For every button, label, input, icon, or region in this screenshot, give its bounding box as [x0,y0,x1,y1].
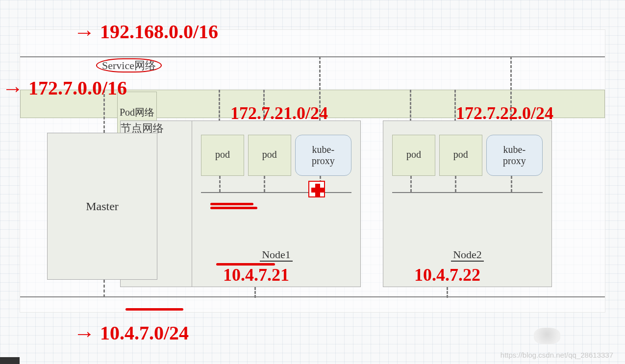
pod-box: pod [248,135,291,176]
arrow-icon: → [74,321,95,345]
handwriting-stroke [210,207,257,209]
annotation-node2-subnet: 172.7.22.0/24 [456,103,553,123]
node2-name: Node2 [383,248,551,261]
annotation-node1-subnet: 172.7.21.0/24 [230,103,328,123]
kube-proxy-line2: proxy [503,155,526,166]
watermark-text: https://blog.csdn.net/qq_28613337 [500,351,613,359]
watermark-dot [534,328,560,344]
node-inner-bus [201,192,351,193]
connector [264,176,265,192]
label-text: Service网络 [96,58,162,73]
annotation-text: 10.4.7.0/24 [100,322,189,344]
medic-cross-icon [308,181,325,197]
annotation-text: 192.168.0.0/16 [100,21,218,43]
connector [447,287,448,298]
arrow-icon: → [2,76,24,100]
connector [219,90,220,121]
service-network-line [20,56,605,57]
annotation-text: 172.7.0.0/16 [28,77,127,99]
node-network-line [20,296,605,297]
pod-box: pod [201,135,244,176]
service-network-label: Service网络 [96,58,162,73]
arrow-icon: → [74,20,95,44]
decorative-corner [0,357,20,364]
connector [219,176,221,192]
pod-box: pod [392,135,435,176]
handwriting-stroke [125,308,183,311]
diagram-frame: Service网络 Pod网络 节点网络 Master pod pod kube… [20,29,605,313]
annotation-service-cidr: → 192.168.0.0/16 [74,20,218,45]
annotation-pod-cidr: → 172.7.0.0/16 [2,76,127,101]
connector [410,90,411,121]
annotation-node-cidr: → 10.4.7.0/24 [74,321,189,346]
annotation-node2-ip: 10.4.7.22 [414,265,480,285]
kube-proxy-line1: kube- [503,144,526,155]
handwriting-stroke [210,203,253,205]
node2-box: pod pod kube- proxy Node2 [383,121,552,287]
connector [455,176,456,192]
kube-proxy-box: kube- proxy [295,135,351,176]
master-box: Master [47,133,157,280]
node-inner-bus [392,192,543,193]
annotation-node1-ip: 10.4.7.21 [223,265,289,285]
master-label: Master [86,200,119,213]
node2-pods-row: pod pod kube- proxy [392,135,543,176]
node1-name: Node1 [192,248,360,261]
connector [511,176,512,192]
connector [410,176,412,192]
kube-proxy-box: kube- proxy [486,135,543,176]
kube-proxy-line2: proxy [312,155,335,166]
node1-pods-row: pod pod kube- proxy [201,135,351,176]
connector [254,287,256,298]
kube-proxy-line1: kube- [312,144,335,155]
pod-box: pod [439,135,482,176]
connector [103,280,105,297]
